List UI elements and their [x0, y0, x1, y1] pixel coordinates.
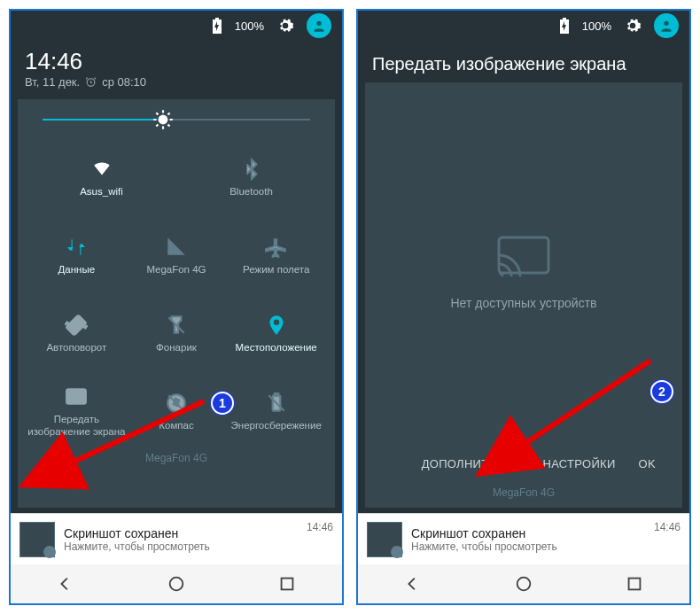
- tile-label: Данные: [58, 264, 96, 276]
- brightness-icon[interactable]: [152, 108, 175, 131]
- battery-percent: 100%: [582, 19, 611, 33]
- tiles-row-2: Данные MegaFon 4G Режим полета: [27, 220, 326, 292]
- dateline: Вт, 11 дек. ср 08:10: [25, 75, 328, 89]
- status-bar: 100%: [11, 11, 342, 41]
- cast-icon: [495, 234, 552, 280]
- tile-label: Режим полета: [243, 264, 309, 276]
- profile-avatar[interactable]: [307, 13, 331, 38]
- notification-thumbnail: [367, 522, 402, 557]
- location-icon: [265, 314, 288, 337]
- annotation-badge-2: 2: [650, 380, 673, 403]
- tile-flashlight[interactable]: Фонарик: [127, 298, 227, 370]
- svg-point-2: [158, 115, 167, 125]
- home-icon[interactable]: [167, 574, 186, 594]
- annotation-arrow-2: [507, 355, 657, 457]
- alarm-text: ср 08:10: [102, 75, 146, 89]
- notification-title: Скриншот сохранен: [411, 526, 645, 540]
- battery-charging-icon: [212, 18, 222, 34]
- carrier-footer: MegaFon 4G: [374, 483, 673, 501]
- tiles-row-1: Asus_wifi Bluetooth: [27, 142, 326, 214]
- cast-title-block: Передать изображение экрана: [358, 41, 689, 82]
- quick-settings-panel: Asus_wifi Bluetooth Данные MegaFon 4G Ре…: [18, 99, 335, 508]
- notification-subtitle: Нажмите, чтобы просмотреть: [64, 540, 298, 553]
- notification-timestamp: 14:46: [654, 521, 681, 533]
- tile-label: Энергосбережение: [231, 420, 322, 432]
- wifi-icon: [90, 158, 113, 181]
- gear-icon[interactable]: [624, 17, 642, 35]
- tile-data[interactable]: Данные: [27, 220, 127, 292]
- notification-timestamp: 14:46: [307, 521, 333, 533]
- svg-rect-13: [628, 579, 640, 590]
- tile-label: Автоповорот: [46, 342, 106, 354]
- notification-thumbnail: [19, 522, 55, 557]
- tile-airplane[interactable]: Режим полета: [226, 220, 326, 292]
- cast-title: Передать изображение экрана: [372, 53, 675, 75]
- screenshot-left: 100% 14:46 Вт, 11 дек. ср 08:10 Asus_wif…: [9, 9, 344, 605]
- airplane-icon: [265, 236, 288, 259]
- clock: 14:46: [25, 48, 328, 75]
- flashlight-icon: [165, 314, 188, 337]
- gear-icon[interactable]: [276, 17, 294, 35]
- datetime-block: 14:46 Вт, 11 дек. ср 08:10: [11, 41, 342, 99]
- annotation-arrow-1: [53, 396, 213, 476]
- navigation-bar: [358, 564, 689, 603]
- navigation-bar: [11, 564, 342, 603]
- tile-label: Asus_wifi: [80, 186, 123, 198]
- recents-icon[interactable]: [277, 574, 297, 594]
- tile-label: Местоположение: [236, 342, 317, 354]
- annotation-badge-1: 1: [211, 392, 234, 415]
- svg-point-12: [517, 578, 531, 591]
- tile-location[interactable]: Местоположение: [226, 298, 326, 370]
- ok-button[interactable]: OK: [639, 457, 656, 470]
- notification-title: Скриншот сохранен: [64, 526, 298, 540]
- status-bar: 100%: [358, 11, 689, 41]
- cast-empty-message: Нет доступных устройств: [450, 296, 596, 310]
- svg-point-0: [316, 21, 321, 26]
- battery-charging-icon: [559, 18, 570, 34]
- more-settings-button[interactable]: ДОПОЛНИТЕЛЬНЫЕ НАСТРОЙКИ: [422, 457, 616, 470]
- battery-saver-icon: [265, 392, 288, 415]
- tile-label: MegaFon 4G: [146, 264, 206, 276]
- tile-battery-saver[interactable]: Энергосбережение: [226, 376, 326, 448]
- cast-panel: Нет доступных устройств ДОПОЛНИТЕЛЬНЫЕ Н…: [365, 82, 682, 508]
- alarm-icon: [85, 76, 97, 88]
- notification-screenshot[interactable]: Скриншот сохранен Нажмите, чтобы просмот…: [11, 513, 342, 564]
- notification-screenshot[interactable]: Скриншот сохранен Нажмите, чтобы просмот…: [358, 513, 689, 564]
- tile-bluetooth[interactable]: Bluetooth: [176, 142, 326, 214]
- brightness-slider[interactable]: [27, 112, 326, 136]
- home-icon[interactable]: [514, 574, 533, 594]
- back-icon[interactable]: [56, 574, 75, 594]
- battery-percent: 100%: [235, 19, 264, 33]
- svg-rect-4: [66, 315, 87, 336]
- date-text: Вт, 11 дек.: [25, 75, 80, 89]
- bluetooth-icon: [240, 158, 263, 181]
- svg-rect-9: [281, 579, 292, 590]
- back-icon[interactable]: [403, 574, 423, 594]
- tile-signal[interactable]: MegaFon 4G: [127, 220, 227, 292]
- profile-avatar[interactable]: [654, 13, 679, 38]
- tiles-row-3: Автоповорот Фонарик Местоположение: [27, 298, 326, 370]
- notification-subtitle: Нажмите, чтобы просмотреть: [411, 540, 645, 553]
- screenshot-right: 100% Передать изображение экрана Нет дос…: [356, 9, 691, 605]
- tile-label: Фонарик: [156, 342, 197, 354]
- tile-wifi[interactable]: Asus_wifi: [27, 142, 176, 214]
- tile-label: Bluetooth: [229, 186, 273, 198]
- signal-icon: [165, 236, 188, 259]
- svg-point-8: [170, 578, 183, 591]
- tile-autorotate[interactable]: Автоповорот: [27, 298, 127, 370]
- svg-point-10: [664, 21, 668, 26]
- recents-icon[interactable]: [625, 574, 644, 594]
- autorotate-icon: [65, 314, 88, 337]
- data-arrows-icon: [65, 236, 88, 259]
